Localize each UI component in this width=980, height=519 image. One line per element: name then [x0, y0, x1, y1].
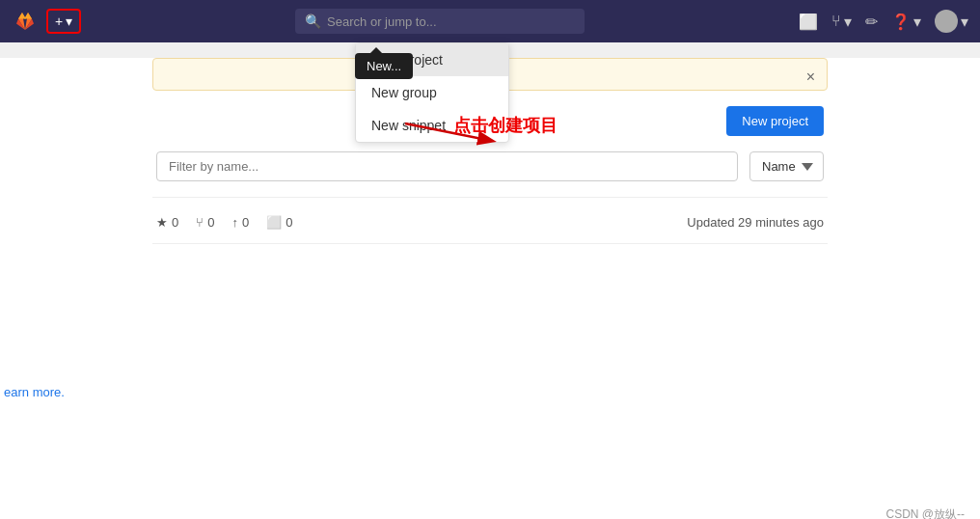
mr-stat-icon: ↑ — [231, 215, 238, 230]
new-group-menu-item[interactable]: New group — [356, 76, 508, 109]
user-avatar[interactable]: ▾ — [935, 10, 968, 33]
forks-count: 0 — [207, 215, 214, 230]
fork-icon: ⑂ — [196, 215, 204, 230]
merge-requests-stat: ↑ 0 — [231, 215, 249, 230]
nav-right: ⬜ ⑂ ▾ ✏ ❓ ▾ ▾ — [799, 10, 968, 33]
avatar-chevron: ▾ — [961, 13, 968, 31]
search-bar: 🔍 — [89, 9, 791, 34]
help-icon-shape: ❓ — [891, 13, 911, 31]
new-project-button[interactable]: New project — [726, 106, 824, 136]
edit-icon[interactable]: ✏ — [865, 13, 878, 31]
banner-close-button[interactable]: × — [806, 68, 815, 86]
search-container: 🔍 — [295, 9, 585, 34]
stars-stat: ★ 0 — [156, 215, 178, 230]
merge-request-icon[interactable]: ⑂ ▾ — [831, 13, 852, 31]
table-row: ★ 0 ⑂ 0 ↑ 0 ⬜ 0 Updated 29 minutes ago — [152, 198, 828, 244]
dock-icon-shape: ⬜ — [799, 13, 818, 31]
avatar-circle — [935, 10, 958, 33]
project-updated-time: Updated 29 minutes ago — [687, 215, 824, 230]
mr-icon-shape: ⑂ — [831, 13, 841, 30]
filter-row: Name — [152, 151, 828, 181]
help-chevron: ▾ — [913, 13, 921, 31]
mr-chevron: ▾ — [844, 13, 852, 31]
help-icon[interactable]: ❓ ▾ — [891, 13, 921, 31]
snippets-stat: ⬜ 0 — [266, 215, 292, 230]
snippet-icon: ⬜ — [266, 215, 282, 230]
search-icon: 🔍 — [305, 14, 321, 29]
new-badge: New... — [355, 53, 413, 79]
nav-left — [12, 8, 39, 35]
create-new-button[interactable]: + ▾ — [46, 9, 81, 34]
star-icon: ★ — [156, 215, 168, 230]
gitlab-logo-icon[interactable] — [12, 8, 39, 35]
navbar: + ▾ 🔍 ⬜ ⑂ ▾ ✏ ❓ ▾ ▾ — [0, 0, 980, 42]
watermark: CSDN @放纵-- — [885, 506, 965, 519]
plus-icon: + — [55, 14, 63, 29]
search-input[interactable] — [327, 14, 558, 29]
chevron-down-icon: ▾ — [66, 14, 72, 29]
stars-count: 0 — [172, 215, 178, 230]
edit-icon-shape: ✏ — [865, 13, 878, 31]
project-stats: ★ 0 ⑂ 0 ↑ 0 ⬜ 0 Updated 29 minutes ago — [156, 215, 824, 230]
project-list: ★ 0 ⑂ 0 ↑ 0 ⬜ 0 Updated 29 minutes ago — [152, 197, 828, 244]
snippets-count: 0 — [286, 215, 292, 230]
new-snippet-menu-item[interactable]: New snippet — [356, 109, 508, 142]
mr-count: 0 — [242, 215, 249, 230]
forks-stat: ⑂ 0 — [196, 215, 214, 230]
filter-input[interactable] — [156, 151, 738, 181]
dock-icon[interactable]: ⬜ — [799, 13, 818, 31]
learn-more-link[interactable]: earn more. — [4, 385, 65, 399]
sort-select[interactable]: Name — [749, 151, 824, 181]
